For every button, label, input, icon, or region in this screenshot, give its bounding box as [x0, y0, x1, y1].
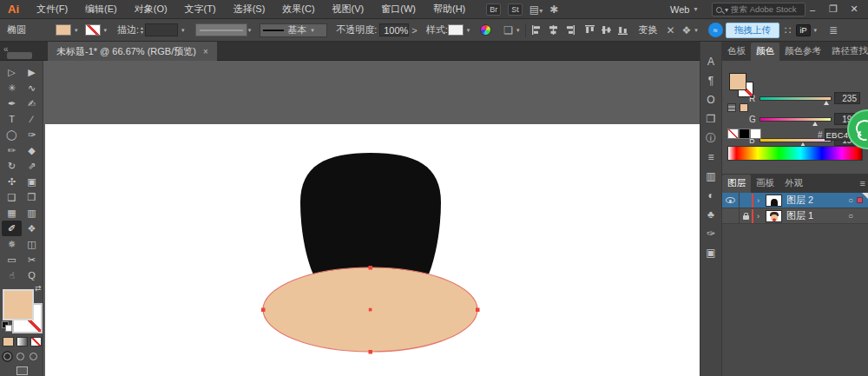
expand-arrow-icon[interactable]: › [757, 212, 766, 221]
none-color-swatch[interactable] [727, 129, 739, 139]
document-setup-dropdown[interactable]: ❏▾ [503, 24, 519, 36]
slice-tool[interactable]: ✂ [22, 252, 42, 267]
tools-panel-grip[interactable] [7, 52, 32, 59]
character-panel-icon[interactable]: A [700, 52, 721, 71]
tab-swatches[interactable]: 色板 [722, 43, 751, 61]
tile-documents-icon[interactable]: ∷ [785, 24, 792, 36]
selection-tool[interactable]: ▷ [2, 64, 22, 80]
align-v-center-icon[interactable] [601, 24, 612, 36]
close-button[interactable]: ✕ [844, 0, 865, 18]
tab-layers[interactable]: 图层 [722, 175, 751, 193]
anchor-left[interactable] [261, 308, 266, 313]
document-profile-dropdown[interactable]: Web▾ [670, 0, 697, 18]
panel-list-icon[interactable]: ≣ [829, 24, 838, 36]
variable-width-profile-dropdown[interactable] [195, 23, 247, 36]
menu-select[interactable]: 选择(S) [225, 0, 274, 18]
perspective-grid-tool[interactable]: ❒ [22, 189, 42, 205]
stock-search-input[interactable]: ▾ 搜索 Adobe Stock [712, 3, 806, 16]
target-circle-icon[interactable]: ○ [848, 195, 853, 205]
close-tab-icon[interactable]: × [203, 47, 208, 56]
center-point[interactable] [369, 308, 372, 312]
document-tab[interactable]: 未标题-1* @ 66.67% (RGB/预览) × [48, 42, 217, 61]
minimize-button[interactable]: – [802, 0, 823, 18]
align-bottom-icon[interactable] [617, 24, 628, 36]
target-circle-icon[interactable]: ○ [848, 211, 853, 221]
lock-icon[interactable] [743, 215, 749, 220]
type-tool[interactable]: T [2, 111, 22, 127]
head-shape[interactable] [300, 153, 441, 278]
layer-thumbnail[interactable] [766, 210, 782, 222]
restore-button[interactable]: ❐ [823, 0, 844, 18]
scale-tool[interactable]: ⇗ [22, 158, 42, 174]
graph-tool[interactable]: ◫ [22, 236, 42, 252]
white-swatch[interactable] [750, 129, 761, 139]
align-left-icon[interactable] [531, 24, 542, 36]
tab-color-guide[interactable]: 颜色参考 [779, 43, 826, 61]
artboard-tool[interactable]: ▭ [2, 252, 22, 267]
pencil-tool[interactable]: ✏ [2, 142, 22, 158]
slider-handle[interactable] [824, 101, 829, 105]
menu-view[interactable]: 视图(V) [324, 0, 373, 18]
draw-behind-button[interactable] [16, 353, 24, 360]
hand-tool[interactable]: ☝ [2, 267, 22, 283]
layers-panel-menu-icon[interactable]: ≡ [860, 178, 865, 188]
eyedropper-tool[interactable]: ✐ [2, 221, 22, 236]
anchor-bottom[interactable] [369, 350, 373, 354]
screen-mode-button[interactable] [16, 366, 28, 375]
symbol-sprayer-tool[interactable]: ✵ [2, 236, 22, 252]
paintbrush-tool[interactable]: ✑ [22, 127, 42, 142]
pen-tool[interactable]: ✒ [2, 96, 22, 111]
opentype-panel-icon[interactable]: O [700, 90, 721, 109]
brushes-panel-icon[interactable]: ✑ [700, 224, 721, 243]
draw-normal-button[interactable] [3, 353, 11, 360]
blend-tool[interactable]: ❖ [22, 221, 42, 236]
shape-mode-dropdown[interactable]: ❖▾ [682, 24, 698, 36]
free-transform-tool[interactable]: ▣ [22, 174, 42, 189]
draw-inside-button[interactable] [30, 353, 37, 360]
layer-row[interactable]: › 图层 2 ○ [722, 193, 868, 208]
swap-fill-stroke-icon[interactable]: ⇄ [35, 284, 42, 293]
gradient-panel-icon[interactable]: ▥ [700, 167, 721, 186]
menu-window[interactable]: 窗口(W) [372, 0, 424, 18]
stroke-color-dropdown[interactable]: ▾ [85, 24, 108, 36]
recolor-artwork-icon[interactable] [480, 24, 491, 36]
isolate-icon[interactable]: ✕ [667, 24, 675, 36]
drag-upload-button[interactable]: 拖拽上传 [726, 23, 779, 38]
stock-icon[interactable]: St [508, 3, 523, 16]
layer-name[interactable]: 图层 2 [786, 194, 848, 207]
color-spectrum-bar[interactable] [727, 146, 863, 161]
width-tool[interactable]: ✣ [2, 174, 22, 189]
eraser-tool[interactable]: ◆ [22, 142, 42, 158]
anchor-top[interactable] [369, 266, 373, 270]
tab-color[interactable]: 颜色 [751, 43, 779, 61]
menu-object[interactable]: 对象(O) [126, 0, 176, 18]
fill-color-well[interactable] [3, 289, 34, 320]
none-mode-button[interactable] [30, 337, 42, 346]
info-panel-icon[interactable]: ⓘ [700, 129, 721, 148]
gradient-tool[interactable]: ▥ [22, 205, 42, 221]
direct-selection-tool[interactable]: ▶ [22, 64, 42, 80]
bridge-icon[interactable]: Br [486, 3, 501, 16]
menu-type[interactable]: 文字(T) [176, 0, 225, 18]
slider-value-input[interactable]: 235 [834, 92, 860, 104]
slider-handle[interactable] [812, 122, 818, 126]
workspace-switcher[interactable]: iP▾ [796, 24, 817, 36]
zoom-tool[interactable]: Q [22, 267, 42, 283]
style-dropdown[interactable]: ▾ [448, 24, 470, 36]
layer-thumbnail[interactable] [766, 195, 782, 207]
upload-service-icon[interactable]: ≈ [708, 23, 723, 37]
visibility-eye-icon[interactable] [726, 197, 735, 203]
stroke-weight-dropdown[interactable]: ▾ [145, 23, 185, 36]
color-fill-proxy[interactable] [729, 73, 746, 90]
transparency-panel-icon[interactable]: ◐ [700, 186, 721, 205]
shape-builder-tool[interactable]: ❑ [2, 189, 22, 205]
stroke-weight-stepper[interactable]: ▴▾ [141, 26, 143, 35]
curvature-tool[interactable]: ✍ [22, 96, 42, 111]
menu-file[interactable]: 文件(F) [28, 0, 76, 18]
default-fill-stroke-icon[interactable] [2, 321, 12, 332]
tab-artboards[interactable]: 画板 [751, 175, 779, 193]
menu-effect[interactable]: 效果(C) [273, 0, 323, 18]
paragraph-panel-icon[interactable]: ¶ [700, 71, 721, 90]
ellipse-tool[interactable]: ◯ [2, 127, 22, 142]
expand-arrow-icon[interactable]: › [757, 196, 766, 205]
